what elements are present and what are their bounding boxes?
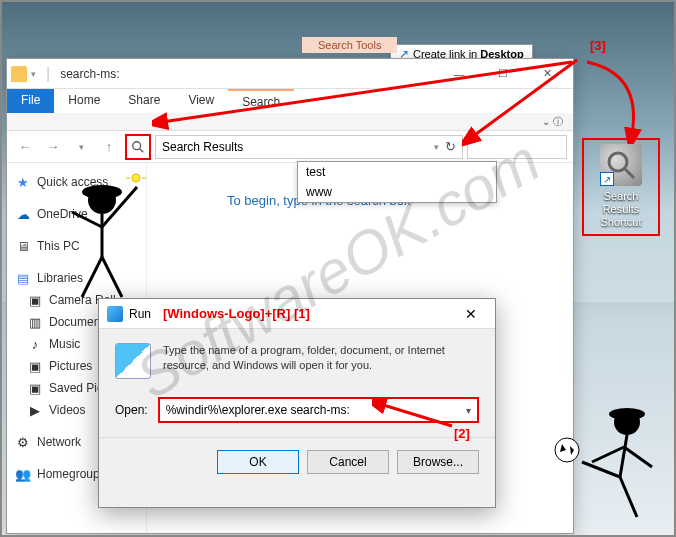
open-label: Open: [115, 403, 148, 417]
svg-line-3 [625, 169, 634, 178]
homegroup-icon: 👥 [15, 466, 31, 482]
tab-view[interactable]: View [174, 89, 228, 113]
run-app-icon [115, 343, 151, 379]
cloud-icon: ☁ [15, 206, 31, 222]
svg-line-24 [582, 462, 620, 477]
refresh-icon[interactable]: ↻ [445, 139, 456, 154]
sidebar-item-onedrive[interactable]: ☁OneDrive [7, 203, 146, 225]
sidebar-item-this-pc[interactable]: 🖥This PC [7, 235, 146, 257]
tab-home[interactable]: Home [54, 89, 114, 113]
star-icon: ★ [15, 174, 31, 190]
svg-line-23 [624, 447, 652, 467]
run-input[interactable] [160, 403, 459, 417]
network-icon: ⚙ [15, 434, 31, 450]
run-titlebar[interactable]: Run [Windows-Logo]+[R] [1] ✕ [99, 299, 495, 329]
svg-line-25 [620, 477, 637, 517]
address-text: Search Results [162, 140, 243, 154]
address-dropdown-icon[interactable]: ▾ [434, 142, 439, 152]
shortcut-overlay-icon: ↗ [600, 172, 614, 186]
svg-point-2 [609, 153, 627, 171]
desktop-shortcut[interactable]: ↗ Search ResultsShortcut [582, 138, 660, 236]
svg-point-19 [614, 409, 640, 435]
annotation-2: [2] [454, 426, 470, 441]
tab-search[interactable]: Search [228, 89, 294, 113]
svg-line-22 [592, 447, 624, 462]
close-button[interactable]: ✕ [525, 60, 569, 88]
cancel-button[interactable]: Cancel [307, 450, 389, 474]
run-dropdown-icon[interactable]: ▾ [459, 405, 477, 416]
forward-button[interactable]: → [41, 135, 65, 159]
saved-icon: ▣ [27, 380, 43, 396]
music-icon: ♪ [27, 336, 43, 352]
suggestion-item[interactable]: www [298, 182, 496, 202]
up-button[interactable]: ↑ [97, 135, 121, 159]
qat-dropdown-icon[interactable]: ▾ [31, 69, 36, 79]
run-close-button[interactable]: ✕ [455, 302, 487, 326]
ok-button[interactable]: OK [217, 450, 299, 474]
maximize-button[interactable]: ☐ [481, 60, 525, 88]
search-suggestions: test www [297, 161, 497, 203]
run-description: Type the name of a program, folder, docu… [163, 343, 479, 374]
folder-icon [11, 66, 27, 82]
address-bar[interactable]: Search Results ▾ ↻ [155, 135, 463, 159]
minimize-button[interactable]: — [437, 60, 481, 88]
run-title-text: Run [129, 307, 151, 321]
titlebar[interactable]: ▾ | search-ms: — ☐ ✕ [7, 59, 573, 89]
sidebar-item-quick-access[interactable]: ★Quick access [7, 171, 146, 193]
back-button[interactable]: ← [13, 135, 37, 159]
address-icon-highlight[interactable] [125, 134, 151, 160]
svg-line-21 [620, 435, 627, 477]
shortcut-search-icon: ↗ [600, 144, 642, 186]
contextual-tab-header: Search Tools [302, 37, 397, 53]
recent-dropdown[interactable]: ▾ [69, 135, 93, 159]
search-input[interactable] [467, 135, 567, 159]
browse-button[interactable]: Browse... [397, 450, 479, 474]
run-dialog: Run [Windows-Logo]+[R] [1] ✕ Type the na… [98, 298, 496, 508]
annotation-1: [Windows-Logo]+[R] [1] [163, 306, 310, 321]
annotation-3: [3] [590, 38, 606, 53]
search-icon [131, 140, 145, 154]
svg-point-20 [609, 408, 645, 420]
doc-icon: ▥ [27, 314, 43, 330]
nav-toolbar: ← → ▾ ↑ Search Results ▾ ↻ [7, 131, 573, 163]
ribbon-tabs: File Home Share View Search [7, 89, 573, 113]
tab-file[interactable]: File [7, 89, 54, 113]
svg-line-1 [140, 148, 144, 152]
pc-icon: 🖥 [15, 238, 31, 254]
pic-icon: ▣ [27, 358, 43, 374]
suggestion-item[interactable]: test [298, 162, 496, 182]
video-icon: ▶ [27, 402, 43, 418]
shortcut-label: Search ResultsShortcut [586, 190, 656, 230]
library-icon: ▤ [15, 270, 31, 286]
tab-share[interactable]: Share [114, 89, 174, 113]
sidebar-item-libraries[interactable]: ▤Libraries [7, 267, 146, 289]
camera-icon: ▣ [27, 292, 43, 308]
run-icon [107, 306, 123, 322]
ribbon-toggle-icon[interactable]: ⌄ ⓘ [542, 115, 563, 129]
svg-point-0 [133, 141, 141, 149]
window-title: search-ms: [60, 67, 119, 81]
run-input-highlight: ▾ [158, 397, 479, 423]
